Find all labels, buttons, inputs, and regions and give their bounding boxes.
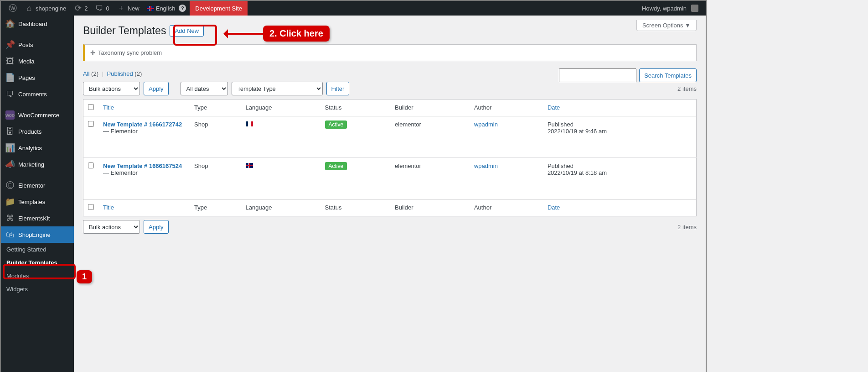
- sidebar-item-templates[interactable]: 📁Templates: [1, 194, 74, 210]
- template-title-link[interactable]: New Template # 1666172742: [103, 121, 182, 128]
- filter-button[interactable]: Filter: [326, 82, 350, 95]
- annotation-callout-2: 2. Click here: [263, 26, 330, 42]
- language-switcher[interactable]: English?: [143, 1, 190, 16]
- col-language-foot: Language: [241, 199, 320, 216]
- uk-flag-icon: [246, 163, 253, 168]
- author-link[interactable]: wpadmin: [474, 162, 498, 169]
- lang-label: English: [156, 5, 176, 12]
- notice-taxonomy-sync: ✚ Taxonomy sync problem: [83, 44, 697, 61]
- new-content-link[interactable]: +New: [113, 1, 143, 16]
- new-label: New: [128, 5, 140, 12]
- content-area: Screen Options ▼ Builder Templates Add N…: [74, 16, 706, 372]
- fr-flag-icon: [246, 121, 253, 126]
- col-date-foot[interactable]: Date: [543, 199, 697, 216]
- annotation-arrow: [224, 33, 263, 35]
- notice-text: Taxonomy sync problem: [98, 49, 162, 56]
- account-menu[interactable]: Howdy, wpadmin: [638, 1, 702, 16]
- sidebar-sub-widgets[interactable]: Widgets: [1, 283, 74, 296]
- sidebar-item-elementskit[interactable]: ⌘ElementsKit: [1, 210, 74, 226]
- dev-site-badge: Development Site: [190, 1, 248, 16]
- annotation-callout-1: 1: [77, 270, 92, 283]
- screen-options-toggle[interactable]: Screen Options ▼: [636, 20, 697, 31]
- comments-icon: 🗨: [5, 89, 15, 99]
- sidebar-item-products[interactable]: 🗄Products: [1, 123, 74, 140]
- page-title: Builder Templates: [83, 25, 166, 37]
- col-language: Language: [241, 100, 320, 116]
- admin-bar: ⓦ ⌂shopengine ⟳2 🗨0 +New English? Develo…: [1, 1, 706, 16]
- date-label: Published: [548, 162, 574, 169]
- col-date[interactable]: Date: [543, 100, 697, 116]
- status-badge: Active: [325, 121, 347, 129]
- filter-all-link[interactable]: All: [83, 70, 89, 77]
- sidebar-sub-modules[interactable]: Modules: [1, 269, 74, 283]
- col-title[interactable]: Title: [98, 100, 190, 116]
- sidebar-item-marketing[interactable]: 📣Marketing: [1, 156, 74, 173]
- template-builder: elementor: [390, 158, 470, 199]
- uk-flag-icon: [147, 6, 154, 11]
- site-title-text: shopengine: [36, 5, 66, 12]
- templates-table: Title Type Language Status Builder Autho…: [83, 99, 697, 216]
- col-author: Author: [470, 100, 543, 116]
- sidebar-item-posts[interactable]: 📌Posts: [1, 37, 74, 53]
- template-type: Shop: [190, 116, 241, 158]
- howdy-text: Howdy, wpadmin: [642, 5, 687, 12]
- tablenav-top: Bulk actions Apply All dates Template Ty…: [83, 82, 697, 95]
- template-type-select[interactable]: Template Type: [232, 82, 323, 95]
- row-checkbox[interactable]: [88, 121, 94, 127]
- analytics-icon: 📊: [5, 143, 15, 152]
- date-value: 2022/10/19 at 9:46 am: [548, 128, 607, 135]
- help-icon: ?: [179, 5, 186, 12]
- sidebar-item-shopengine[interactable]: 🛍ShopEngine: [1, 226, 74, 243]
- items-count-bottom: 2 items: [677, 224, 697, 231]
- select-all-checkbox-top[interactable]: [88, 104, 94, 110]
- marketing-icon: 📣: [5, 160, 15, 169]
- pin-icon: 📌: [5, 40, 15, 49]
- template-suffix: — Elementor: [103, 128, 138, 135]
- sidebar-item-analytics[interactable]: 📊Analytics: [1, 140, 74, 156]
- sidebar-sub-getting-started[interactable]: Getting Started: [1, 243, 74, 256]
- row-checkbox[interactable]: [88, 162, 94, 168]
- search-templates-button[interactable]: Search Templates: [639, 68, 697, 82]
- add-new-button[interactable]: Add New: [170, 25, 204, 37]
- products-icon: 🗄: [5, 127, 15, 136]
- tablenav-bottom: Bulk actions Apply 2 items: [83, 220, 697, 234]
- wp-logo[interactable]: ⓦ: [5, 1, 21, 16]
- media-icon: 🖾: [5, 57, 15, 66]
- plus-icon: +: [117, 4, 126, 13]
- sidebar-item-woocommerce[interactable]: wooWooCommerce: [1, 107, 74, 123]
- col-status: Status: [320, 100, 391, 116]
- template-builder: elementor: [390, 116, 470, 158]
- col-builder-foot: Builder: [390, 199, 470, 216]
- updates-link[interactable]: ⟳2: [70, 1, 91, 16]
- status-badge: Active: [325, 162, 347, 170]
- template-title-link[interactable]: New Template # 1666167524: [103, 162, 182, 169]
- apply-bulk-button[interactable]: Apply: [144, 82, 169, 95]
- sidebar-item-media[interactable]: 🖾Media: [1, 53, 74, 69]
- col-author-foot: Author: [470, 199, 543, 216]
- apply-bulk-button-bottom[interactable]: Apply: [144, 220, 169, 234]
- sidebar-sub-builder-templates[interactable]: Builder Templates: [1, 256, 74, 269]
- col-status-foot: Status: [320, 199, 391, 216]
- filter-published-link[interactable]: Published: [107, 70, 133, 77]
- table-row: New Template # 1666167524 — Elementor Sh…: [83, 158, 697, 199]
- sidebar-item-pages[interactable]: 📄Pages: [1, 69, 74, 86]
- date-filter-select[interactable]: All dates: [181, 82, 228, 95]
- bulk-actions-select-bottom[interactable]: Bulk actions: [83, 220, 140, 234]
- sidebar-item-comments[interactable]: 🗨Comments: [1, 86, 74, 102]
- comments-link[interactable]: 🗨0: [91, 1, 113, 16]
- col-type-foot: Type: [190, 199, 241, 216]
- col-title-foot[interactable]: Title: [98, 199, 190, 216]
- sidebar-item-dashboard[interactable]: 🏠Dashboard: [1, 16, 74, 32]
- template-suffix: — Elementor: [103, 169, 138, 176]
- refresh-icon: ⟳: [73, 4, 83, 13]
- sidebar-item-elementor[interactable]: ⒺElementor: [1, 177, 74, 194]
- col-builder: Builder: [390, 100, 470, 116]
- elementor-icon: Ⓔ: [5, 181, 15, 190]
- filter-published-count: (2): [134, 70, 142, 77]
- bulk-actions-select[interactable]: Bulk actions: [83, 82, 140, 95]
- search-input[interactable]: [559, 68, 636, 82]
- site-name[interactable]: ⌂shopengine: [21, 1, 70, 16]
- author-link[interactable]: wpadmin: [474, 121, 498, 128]
- select-all-checkbox-bottom[interactable]: [88, 204, 94, 210]
- date-label: Published: [548, 121, 574, 128]
